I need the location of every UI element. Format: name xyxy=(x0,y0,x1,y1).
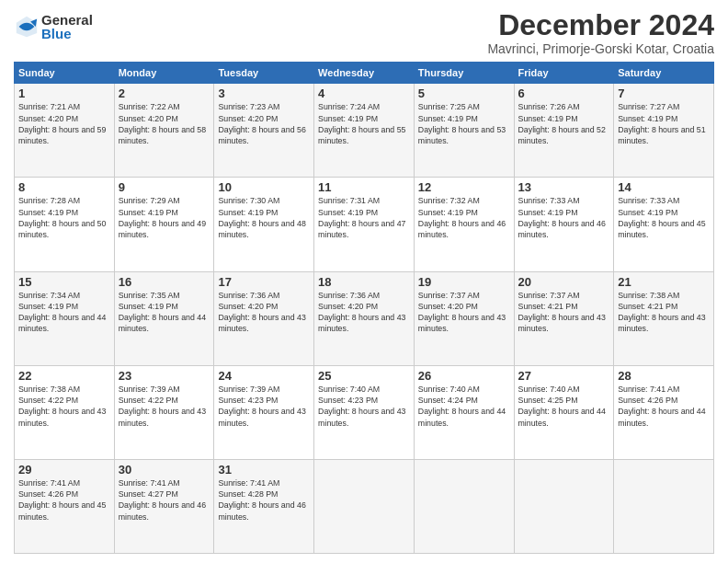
day-cell: 20Sunrise: 7:37 AMSunset: 4:21 PMDayligh… xyxy=(514,271,614,365)
week-row-2: 8Sunrise: 7:28 AMSunset: 4:19 PMDaylight… xyxy=(15,178,714,271)
day-number: 14 xyxy=(618,180,710,194)
day-cell: 13Sunrise: 7:33 AMSunset: 4:19 PMDayligh… xyxy=(514,178,614,271)
day-cell: 19Sunrise: 7:37 AMSunset: 4:20 PMDayligh… xyxy=(414,271,514,365)
day-number: 18 xyxy=(318,275,410,289)
day-cell: 14Sunrise: 7:33 AMSunset: 4:19 PMDayligh… xyxy=(614,178,714,271)
day-cell: 9Sunrise: 7:29 AMSunset: 4:19 PMDaylight… xyxy=(114,178,214,271)
day-cell: 26Sunrise: 7:40 AMSunset: 4:24 PMDayligh… xyxy=(414,365,514,459)
header-saturday: Saturday xyxy=(614,63,714,84)
day-info: Sunrise: 7:33 AMSunset: 4:19 PMDaylight:… xyxy=(518,196,606,239)
day-info: Sunrise: 7:37 AMSunset: 4:20 PMDaylight:… xyxy=(418,291,506,334)
day-info: Sunrise: 7:25 AMSunset: 4:19 PMDaylight:… xyxy=(418,102,506,145)
day-info: Sunrise: 7:24 AMSunset: 4:19 PMDaylight:… xyxy=(318,102,405,145)
day-number: 26 xyxy=(418,369,510,383)
day-cell: 25Sunrise: 7:40 AMSunset: 4:23 PMDayligh… xyxy=(314,365,415,459)
day-info: Sunrise: 7:34 AMSunset: 4:19 PMDaylight:… xyxy=(18,291,106,334)
day-cell xyxy=(614,459,714,553)
day-number: 17 xyxy=(218,275,310,289)
day-info: Sunrise: 7:41 AMSunset: 4:26 PMDaylight:… xyxy=(18,478,106,522)
header-friday: Friday xyxy=(514,63,614,84)
day-number: 30 xyxy=(119,463,210,477)
day-info: Sunrise: 7:41 AMSunset: 4:26 PMDaylight:… xyxy=(618,385,705,428)
day-number: 13 xyxy=(518,180,610,194)
day-info: Sunrise: 7:28 AMSunset: 4:19 PMDaylight:… xyxy=(18,196,106,239)
calendar-title: December 2024 xyxy=(487,9,714,41)
day-info: Sunrise: 7:36 AMSunset: 4:20 PMDaylight:… xyxy=(318,291,405,334)
header-tuesday: Tuesday xyxy=(214,63,314,84)
day-cell: 24Sunrise: 7:39 AMSunset: 4:23 PMDayligh… xyxy=(214,365,314,459)
calendar-subtitle: Mavrinci, Primorje-Gorski Kotar, Croatia xyxy=(487,41,714,56)
day-cell xyxy=(514,459,614,553)
day-info: Sunrise: 7:40 AMSunset: 4:24 PMDaylight:… xyxy=(418,385,506,428)
header-monday: Monday xyxy=(114,63,214,84)
day-info: Sunrise: 7:38 AMSunset: 4:21 PMDaylight:… xyxy=(618,291,705,334)
day-number: 3 xyxy=(218,86,310,100)
day-number: 29 xyxy=(18,463,110,477)
day-number: 20 xyxy=(518,275,610,289)
day-number: 25 xyxy=(318,369,410,383)
day-info: Sunrise: 7:33 AMSunset: 4:19 PMDaylight:… xyxy=(618,196,705,239)
day-number: 6 xyxy=(518,86,610,100)
header-row: SundayMondayTuesdayWednesdayThursdayFrid… xyxy=(15,63,714,84)
day-number: 21 xyxy=(618,275,710,289)
day-number: 15 xyxy=(18,275,110,289)
day-cell: 30Sunrise: 7:41 AMSunset: 4:27 PMDayligh… xyxy=(114,459,214,553)
day-cell: 5Sunrise: 7:25 AMSunset: 4:19 PMDaylight… xyxy=(414,84,514,178)
logo-blue: Blue xyxy=(41,27,93,40)
day-number: 19 xyxy=(418,275,510,289)
day-number: 8 xyxy=(18,180,110,194)
logo-general: General xyxy=(41,13,93,27)
day-cell: 16Sunrise: 7:35 AMSunset: 4:19 PMDayligh… xyxy=(114,271,214,365)
day-info: Sunrise: 7:39 AMSunset: 4:23 PMDaylight:… xyxy=(218,385,305,428)
day-info: Sunrise: 7:35 AMSunset: 4:19 PMDaylight:… xyxy=(119,291,206,334)
day-number: 11 xyxy=(318,180,410,194)
day-cell: 12Sunrise: 7:32 AMSunset: 4:19 PMDayligh… xyxy=(414,178,514,271)
day-info: Sunrise: 7:31 AMSunset: 4:19 PMDaylight:… xyxy=(318,196,405,239)
header-thursday: Thursday xyxy=(414,63,514,84)
day-info: Sunrise: 7:29 AMSunset: 4:19 PMDaylight:… xyxy=(119,196,206,239)
day-info: Sunrise: 7:21 AMSunset: 4:20 PMDaylight:… xyxy=(18,102,106,145)
day-cell: 10Sunrise: 7:30 AMSunset: 4:19 PMDayligh… xyxy=(214,178,314,271)
day-cell: 1Sunrise: 7:21 AMSunset: 4:20 PMDaylight… xyxy=(15,84,115,178)
day-number: 1 xyxy=(18,86,110,100)
day-cell: 2Sunrise: 7:22 AMSunset: 4:20 PMDaylight… xyxy=(114,84,214,178)
header: General Blue December 2024 Mavrinci, Pri… xyxy=(14,9,714,56)
day-cell: 23Sunrise: 7:39 AMSunset: 4:22 PMDayligh… xyxy=(114,365,214,459)
day-cell: 3Sunrise: 7:23 AMSunset: 4:20 PMDaylight… xyxy=(214,84,314,178)
day-cell xyxy=(314,459,415,553)
day-cell: 29Sunrise: 7:41 AMSunset: 4:26 PMDayligh… xyxy=(15,459,115,553)
day-cell: 15Sunrise: 7:34 AMSunset: 4:19 PMDayligh… xyxy=(15,271,115,365)
day-info: Sunrise: 7:30 AMSunset: 4:19 PMDaylight:… xyxy=(218,196,305,239)
day-cell: 21Sunrise: 7:38 AMSunset: 4:21 PMDayligh… xyxy=(614,271,714,365)
day-number: 23 xyxy=(119,369,210,383)
day-cell: 27Sunrise: 7:40 AMSunset: 4:25 PMDayligh… xyxy=(514,365,614,459)
day-number: 27 xyxy=(518,369,610,383)
day-cell: 31Sunrise: 7:41 AMSunset: 4:28 PMDayligh… xyxy=(214,459,314,553)
day-number: 28 xyxy=(618,369,710,383)
day-number: 5 xyxy=(418,86,510,100)
day-number: 9 xyxy=(119,180,210,194)
title-block: December 2024 Mavrinci, Primorje-Gorski … xyxy=(487,9,714,56)
day-number: 12 xyxy=(418,180,510,194)
page: General Blue December 2024 Mavrinci, Pri… xyxy=(0,0,728,563)
day-cell: 7Sunrise: 7:27 AMSunset: 4:19 PMDaylight… xyxy=(614,84,714,178)
day-number: 7 xyxy=(618,86,710,100)
header-wednesday: Wednesday xyxy=(314,63,415,84)
calendar-table: SundayMondayTuesdayWednesdayThursdayFrid… xyxy=(14,62,714,554)
day-number: 4 xyxy=(318,86,410,100)
day-number: 22 xyxy=(18,369,110,383)
day-cell: 11Sunrise: 7:31 AMSunset: 4:19 PMDayligh… xyxy=(314,178,415,271)
day-info: Sunrise: 7:41 AMSunset: 4:28 PMDaylight:… xyxy=(218,478,305,522)
logo: General Blue xyxy=(14,13,93,40)
day-info: Sunrise: 7:26 AMSunset: 4:19 PMDaylight:… xyxy=(518,102,606,145)
logo-icon xyxy=(14,14,40,40)
day-number: 2 xyxy=(119,86,210,100)
day-info: Sunrise: 7:40 AMSunset: 4:23 PMDaylight:… xyxy=(318,385,405,428)
week-row-1: 1Sunrise: 7:21 AMSunset: 4:20 PMDaylight… xyxy=(15,84,714,178)
day-info: Sunrise: 7:32 AMSunset: 4:19 PMDaylight:… xyxy=(418,196,506,239)
day-cell xyxy=(414,459,514,553)
day-cell: 17Sunrise: 7:36 AMSunset: 4:20 PMDayligh… xyxy=(214,271,314,365)
day-cell: 4Sunrise: 7:24 AMSunset: 4:19 PMDaylight… xyxy=(314,84,415,178)
day-number: 31 xyxy=(218,463,310,477)
day-number: 24 xyxy=(218,369,310,383)
